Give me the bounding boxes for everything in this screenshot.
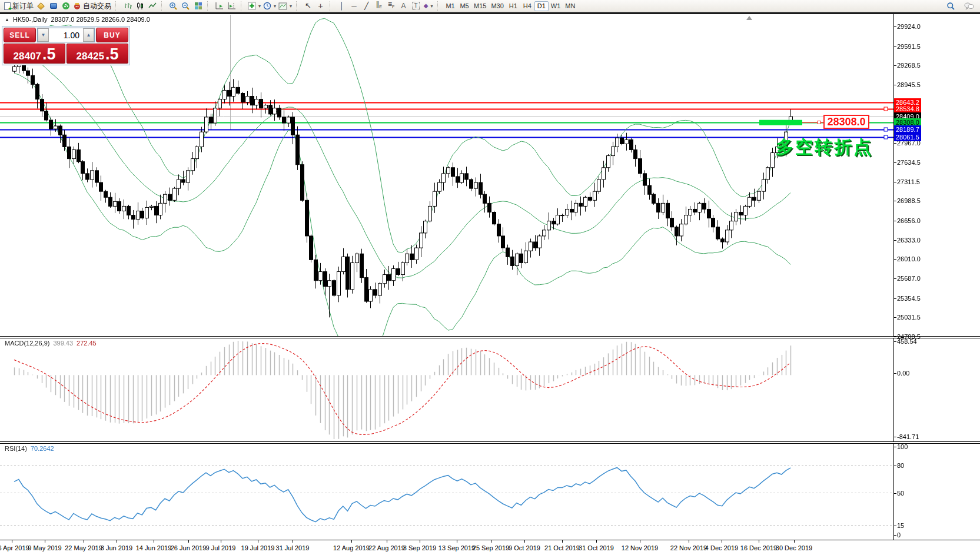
chart-shift-marker[interactable] — [746, 16, 752, 20]
candlestick-chart-icon — [136, 2, 144, 10]
date-tick-label[interactable]: 9 Jul 2019 — [206, 544, 236, 551]
date-tick-label[interactable]: 19 Jul 2019 — [241, 544, 275, 551]
zoom-in-button[interactable] — [167, 1, 180, 11]
price-tick-label: 25354.5 — [897, 295, 921, 302]
text-button[interactable]: A — [397, 1, 410, 11]
signal-icon — [62, 2, 70, 10]
date-tick-label[interactable]: 16 Dec 2019 — [740, 544, 777, 551]
horizontal-line-button[interactable]: ─ — [348, 1, 360, 11]
date-tick-label[interactable]: 30 Dec 2019 — [776, 544, 812, 551]
date-tick-label[interactable]: 12 Aug 2019 — [333, 544, 370, 551]
community-button[interactable] — [47, 1, 59, 11]
insert-group: ▾ ▾ ▾ — [245, 0, 295, 12]
price-tick-label: 26333.0 — [897, 237, 921, 244]
price-tick-mark — [893, 65, 896, 66]
timeframe-button-M15[interactable]: M15 — [471, 1, 489, 11]
lot-increase-button[interactable]: ▲ — [83, 28, 94, 42]
chart-canvas[interactable] — [0, 0, 980, 555]
date-tick-label[interactable]: 26 Jun 2019 — [171, 544, 207, 551]
timeframe-button-M5[interactable]: M5 — [457, 1, 471, 11]
macd-axis-label: -841.71 — [897, 433, 919, 440]
date-tick-label[interactable]: 3 Jun 2019 — [101, 544, 132, 551]
price-tick-label: 27311.5 — [897, 178, 920, 185]
fibonacci-button[interactable]: ≡F — [385, 1, 397, 11]
date-tick-mark — [293, 540, 293, 543]
dropdown-arrow-icon: ▾ — [290, 4, 292, 9]
line-chart-button[interactable] — [146, 1, 158, 11]
date-tick-label[interactable]: 3 Sep 2019 — [403, 544, 436, 551]
sell-price-display[interactable]: 28407 .5 — [4, 44, 65, 64]
date-tick-mark — [258, 540, 258, 543]
timeframe-button-M30[interactable]: M30 — [489, 1, 506, 11]
metaeditor-button[interactable] — [35, 1, 47, 11]
cursor-button[interactable]: ↖ — [302, 1, 314, 11]
date-tick-label[interactable]: 13 Sep 2019 — [438, 544, 475, 551]
signals-button[interactable] — [59, 1, 72, 11]
sell-price-fraction: .5 — [42, 45, 56, 64]
autoscroll-button[interactable] — [213, 1, 225, 11]
price-tick-label: 26988.5 — [897, 197, 921, 204]
rsi-label: RSI(14)70.2642 — [5, 445, 54, 452]
timeframe-button-H4[interactable]: H4 — [520, 1, 534, 11]
autotrade-label: 自动交易 — [83, 1, 111, 11]
tile-windows-button[interactable] — [192, 1, 204, 11]
date-tick-label[interactable]: 31 Jul 2019 — [276, 544, 310, 551]
search-button[interactable] — [945, 1, 957, 11]
date-tick-label[interactable]: 14 Jun 2019 — [136, 544, 172, 551]
date-tick-label[interactable]: 21 Oct 2019 — [544, 544, 580, 551]
vertical-line-button[interactable]: │ — [335, 1, 348, 11]
rsi-axis-label: 15 — [897, 522, 904, 529]
date-tick-mark — [12, 540, 12, 543]
sell-button[interactable]: SELL — [4, 28, 36, 42]
new-order-button[interactable]: 新订单 — [3, 1, 35, 11]
price-callout-label[interactable]: 28308.0 — [823, 115, 869, 129]
buy-price-display[interactable]: 28425 .5 — [67, 44, 128, 64]
buy-button[interactable]: BUY — [96, 28, 128, 42]
trendline-button[interactable]: ╱ — [360, 1, 373, 11]
zoom-out-button[interactable] — [180, 1, 192, 11]
date-tick-label[interactable]: 22 Nov 2019 — [670, 544, 707, 551]
text-label-button[interactable]: T — [410, 1, 422, 11]
date-tick-mark — [794, 540, 795, 543]
autotrade-button[interactable]: 自动交易 — [72, 1, 112, 11]
date-tick-label[interactable]: 22 Aug 2019 — [368, 544, 405, 551]
templates-button[interactable]: ▾ — [277, 1, 293, 11]
date-tick-label[interactable]: 25 Sep 2019 — [473, 544, 509, 551]
arrows-button[interactable]: ◆ ▾ — [422, 1, 434, 11]
collapse-marker-icon[interactable]: ▲ — [5, 17, 9, 22]
rsi-panel-divider[interactable] — [0, 441, 980, 444]
indicators-button[interactable]: ▾ — [247, 1, 262, 11]
date-tick-label[interactable]: 26 Apr 2019 — [0, 544, 29, 551]
timeframe-button-W1[interactable]: W1 — [549, 1, 563, 11]
date-tick-mark — [221, 540, 221, 543]
candlestick-chart-button[interactable] — [134, 1, 146, 11]
chart-shift-button[interactable] — [225, 1, 238, 11]
date-tick-label[interactable]: 31 Oct 2019 — [579, 544, 614, 551]
timeframe-group: M1M5M15M30H1H4D1W1MN — [441, 0, 579, 12]
channel-icon: ∥E — [376, 1, 382, 11]
date-tick-label[interactable]: 9 Oct 2019 — [509, 544, 540, 551]
timeframe-button-H1[interactable]: H1 — [506, 1, 520, 11]
lot-decrease-button[interactable]: ▼ — [38, 28, 49, 42]
lot-size-value[interactable]: 1.00 — [49, 28, 83, 42]
crosshair-button[interactable]: + — [314, 1, 327, 11]
chat-button[interactable] — [963, 1, 975, 11]
price-level-chip[interactable]: 28189.7 — [894, 125, 921, 134]
timeframe-button-D1[interactable]: D1 — [534, 1, 549, 11]
macd-panel-divider[interactable] — [0, 336, 980, 338]
timeframe-button-MN[interactable]: MN — [563, 1, 577, 11]
price-tick-mark — [893, 46, 896, 47]
date-tick-label[interactable]: 22 May 2019 — [65, 544, 102, 551]
date-tick-label[interactable]: 4 Dec 2019 — [705, 544, 738, 551]
bar-chart-button[interactable] — [121, 1, 134, 11]
price-level-chip[interactable]: 28061.5 — [894, 133, 921, 141]
periods-button[interactable]: ▾ — [262, 1, 277, 11]
chart-note-text[interactable]: 多空转折点 — [776, 135, 873, 159]
date-tick-label[interactable]: 12 Nov 2019 — [622, 544, 658, 551]
channel-button[interactable]: ∥E — [373, 1, 385, 11]
rsi-tick-mark — [893, 526, 896, 526]
date-tick-label[interactable]: 9 May 2019 — [28, 544, 61, 551]
price-tick-mark — [893, 317, 896, 318]
toolbar-separator — [161, 1, 164, 11]
timeframe-button-M1[interactable]: M1 — [443, 1, 457, 11]
